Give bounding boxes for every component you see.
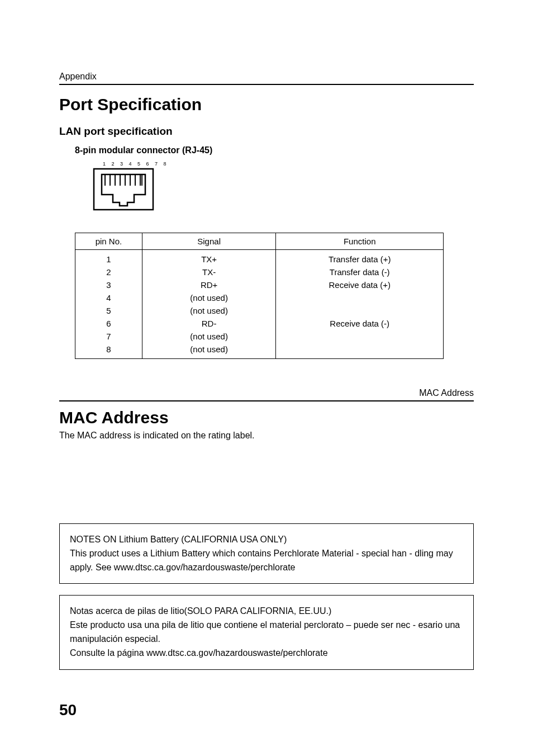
th-signal: Signal xyxy=(142,233,276,250)
table-row: 2 TX- Transfer data (-) xyxy=(75,266,444,278)
table-row: 5 (not used) xyxy=(75,304,444,317)
rj45-icon xyxy=(93,168,154,211)
cell-signal: TX- xyxy=(142,266,276,278)
table-row: 3 RD+ Receive data (+) xyxy=(75,278,444,291)
cell-function xyxy=(276,330,444,343)
mac-running-head: MAC Address xyxy=(59,388,474,398)
cell-function: Receive data (-) xyxy=(276,317,444,330)
cell-pin: 4 xyxy=(75,291,142,304)
table-header-row: pin No. Signal Function xyxy=(75,233,444,250)
cell-signal: TX+ xyxy=(142,250,276,266)
table-row: 6 RD- Receive data (-) xyxy=(75,317,444,330)
port-spec-title: Port Specification xyxy=(59,95,474,114)
cell-signal: (not used) xyxy=(142,330,276,343)
mac-title: MAC Address xyxy=(59,408,474,427)
cell-pin: 6 xyxy=(75,317,142,330)
pin-table: pin No. Signal Function 1 TX+ Transfer d… xyxy=(75,233,444,359)
cell-signal: (not used) xyxy=(142,291,276,304)
mac-rule xyxy=(59,400,474,401)
note-es-body1: Este producto usa una pila de litio que … xyxy=(70,618,463,646)
cell-pin: 8 xyxy=(75,343,142,359)
pin-number-labels: 1 2 3 4 5 6 7 8 xyxy=(103,161,474,167)
note-es-title: Notas acerca de pilas de litio(SOLO PARA… xyxy=(70,604,463,618)
table-row: 8 (not used) xyxy=(75,343,444,359)
note-box-english: NOTES ON Lithium Battery (CALIFORNIA USA… xyxy=(59,523,474,584)
cell-function xyxy=(276,304,444,317)
cell-function xyxy=(276,343,444,359)
cell-function xyxy=(276,291,444,304)
lan-port-subtitle: LAN port specification xyxy=(59,125,474,138)
connector-diagram: 1 2 3 4 5 6 7 8 xyxy=(93,161,474,214)
section-label: Appendix xyxy=(59,72,474,82)
cell-function: Transfer data (+) xyxy=(276,250,444,266)
note-es-body2: Consulte la página www.dtsc.ca.gov/hazar… xyxy=(70,646,463,660)
table-row: 4 (not used) xyxy=(75,291,444,304)
cell-pin: 1 xyxy=(75,250,142,266)
table-row: 7 (not used) xyxy=(75,330,444,343)
cell-pin: 7 xyxy=(75,330,142,343)
mac-body: The MAC address is indicated on the rati… xyxy=(59,431,474,441)
cell-pin: 2 xyxy=(75,266,142,278)
cell-signal: RD+ xyxy=(142,278,276,291)
header-rule xyxy=(59,84,474,85)
note-box-spanish: Notas acerca de pilas de litio(SOLO PARA… xyxy=(59,595,474,669)
cell-pin: 5 xyxy=(75,304,142,317)
th-pin: pin No. xyxy=(75,233,142,250)
cell-function: Transfer data (-) xyxy=(276,266,444,278)
page-number: 50 xyxy=(59,701,77,719)
note-en-title: NOTES ON Lithium Battery (CALIFORNIA USA… xyxy=(70,533,463,547)
cell-signal: RD- xyxy=(142,317,276,330)
th-function: Function xyxy=(276,233,444,250)
note-en-body: This product uses a Lithium Battery whic… xyxy=(70,547,463,575)
connector-label: 8-pin modular connector (RJ-45) xyxy=(75,145,474,155)
cell-function: Receive data (+) xyxy=(276,278,444,291)
table-row: 1 TX+ Transfer data (+) xyxy=(75,250,444,266)
cell-signal: (not used) xyxy=(142,304,276,317)
cell-pin: 3 xyxy=(75,278,142,291)
cell-signal: (not used) xyxy=(142,343,276,359)
